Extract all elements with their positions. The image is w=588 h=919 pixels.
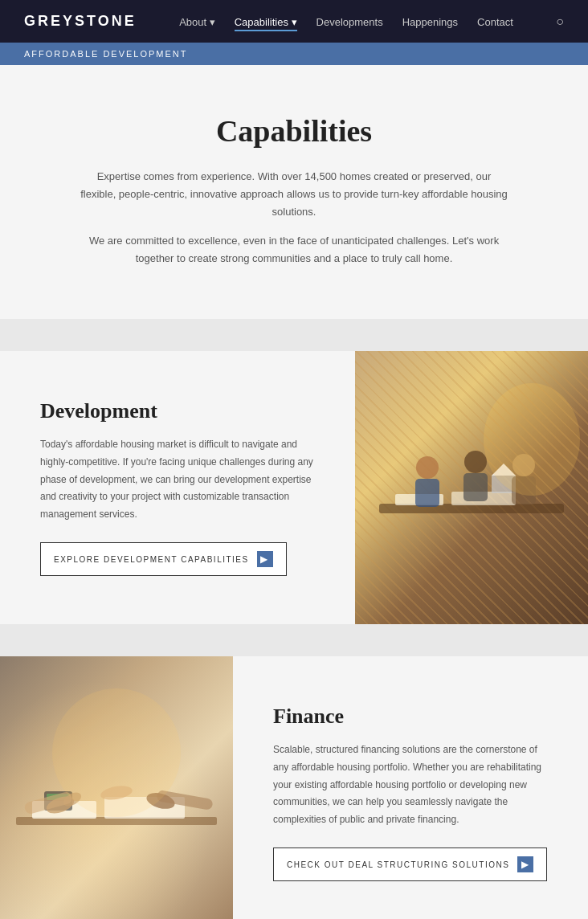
svg-point-23: [52, 688, 181, 817]
section-divider-1: [0, 319, 588, 351]
nav-link-about[interactable]: About ▾: [179, 16, 215, 28]
nav-link-developments[interactable]: Developments: [316, 16, 383, 28]
svg-point-5: [416, 456, 439, 479]
hero-section: Capabilities Expertise comes from experi…: [0, 65, 588, 319]
page-title: Capabilities: [80, 113, 508, 149]
development-title: Development: [40, 399, 315, 423]
nav-link-contact[interactable]: Contact: [477, 16, 513, 28]
nav-item-capabilities[interactable]: Capabilities ▾: [235, 14, 297, 29]
development-body: Today's affordable housing market is dif…: [40, 436, 315, 523]
hero-para-1: Expertise comes from experience. With ov…: [80, 168, 508, 221]
nav-link-happenings[interactable]: Happenings: [402, 16, 458, 28]
nav-link-capabilities[interactable]: Capabilities ▾: [235, 16, 297, 31]
breadcrumb: AFFORDABLE DEVELOPMENT: [0, 43, 588, 65]
finance-btn-label: CHECK OUT DEAL STRUCTURING SOLUTIONS: [287, 860, 509, 869]
finance-cta-button[interactable]: CHECK OUT DEAL STRUCTURING SOLUTIONS ▶: [273, 848, 547, 881]
nav-item-contact[interactable]: Contact: [477, 14, 513, 29]
nav-item-developments[interactable]: Developments: [316, 14, 383, 29]
finance-title: Finance: [273, 705, 548, 729]
finance-scene-svg: [0, 656, 233, 919]
development-btn-arrow: ▶: [257, 551, 273, 567]
main-nav: GREYSTONE About ▾ Capabilities ▾ Develop…: [0, 0, 588, 43]
nav-item-happenings[interactable]: Happenings: [402, 14, 458, 29]
development-text: Development Today's affordable housing m…: [0, 351, 355, 624]
capability-section-finance: Finance Scalable, structured financing s…: [0, 656, 588, 919]
development-btn-label: EXPLORE DEVELOPMENT CAPABILITIES: [54, 555, 249, 564]
finance-body: Scalable, structured financing solutions…: [273, 741, 548, 828]
svg-point-7: [464, 451, 487, 473]
svg-rect-8: [463, 473, 488, 501]
svg-rect-6: [415, 479, 439, 507]
svg-point-11: [484, 383, 580, 496]
development-scene-svg: [355, 351, 588, 624]
capability-section-development: Development Today's affordable housing m…: [0, 351, 588, 624]
section-divider-2: [0, 624, 588, 656]
finance-image-placeholder: [0, 656, 233, 919]
site-logo[interactable]: GREYSTONE: [24, 13, 137, 30]
development-image-placeholder: [355, 351, 588, 624]
development-cta-button[interactable]: EXPLORE DEVELOPMENT CAPABILITIES ▶: [40, 542, 287, 576]
search-icon[interactable]: ○: [556, 14, 564, 29]
nav-links: About ▾ Capabilities ▾ Developments Happ…: [179, 14, 513, 29]
finance-image: [0, 656, 233, 919]
development-image: [355, 351, 588, 624]
finance-text: Finance Scalable, structured financing s…: [233, 656, 588, 919]
nav-item-about[interactable]: About ▾: [179, 14, 215, 29]
finance-btn-arrow: ▶: [517, 856, 533, 872]
hero-para-2: We are committed to excellence, even in …: [80, 232, 508, 268]
